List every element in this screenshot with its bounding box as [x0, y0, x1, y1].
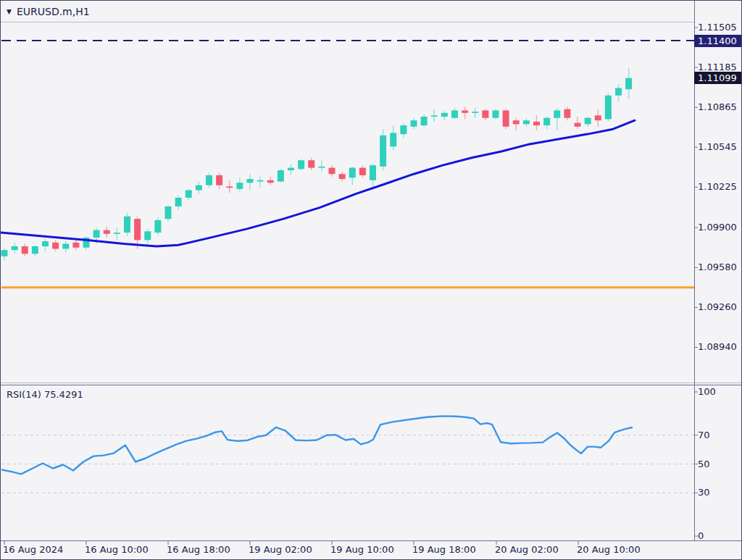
candle-down — [513, 120, 520, 124]
candle-up — [288, 168, 294, 170]
rsi-axis-label: 30 — [698, 487, 740, 498]
candle-up — [144, 231, 151, 240]
time-axis-label: 19 Aug 02:00 — [249, 544, 312, 555]
candle-up — [543, 118, 550, 125]
time-axis-label: 19 Aug 10:00 — [330, 544, 394, 555]
time-axis-label: 20 Aug 10:00 — [577, 544, 641, 555]
rsi-axis-label: 70 — [698, 430, 740, 441]
candle-up — [154, 220, 161, 233]
price-axis-label: 1.09580 — [698, 262, 740, 273]
time-axis-label: 16 Aug 10:00 — [85, 544, 149, 555]
candle-down — [462, 110, 468, 112]
candle-down — [134, 219, 141, 240]
candle-down — [308, 160, 314, 167]
candle-up — [278, 170, 284, 181]
candle-up — [411, 120, 417, 127]
price-axis-label: 1.10225 — [698, 181, 740, 193]
chart-surface[interactable] — [1, 1, 741, 559]
candle-up — [165, 206, 172, 219]
candle-up — [615, 88, 622, 95]
candle-down — [329, 168, 335, 175]
candle-up — [554, 110, 560, 117]
candle-up — [175, 198, 182, 206]
symbol-timeframe-label: EURUSD.m,H1 — [17, 6, 90, 17]
candle-down — [267, 180, 274, 183]
candle-up — [451, 110, 458, 117]
candle-up — [93, 230, 100, 238]
chart-window: ▼ EURUSD.m,H1 RSI(14) 75.4291 1.115051.1… — [0, 0, 742, 560]
candle-down — [564, 109, 570, 118]
candle-up — [318, 167, 325, 168]
candle-up — [124, 217, 130, 233]
candle-up — [32, 246, 38, 254]
candle-up — [196, 185, 202, 191]
price-axis-label: 1.09900 — [698, 222, 740, 233]
price-axis-label: 1.08940 — [698, 341, 740, 353]
candle-up — [257, 180, 264, 182]
time-axis-label: 19 Aug 18:00 — [412, 544, 476, 555]
candle-up — [42, 241, 49, 246]
candle-down — [533, 122, 540, 125]
candle-up — [421, 117, 428, 125]
candle-up — [380, 135, 386, 167]
candle-up — [186, 191, 192, 198]
triangle-down-icon[interactable]: ▼ — [7, 7, 12, 17]
candle-up — [625, 78, 632, 89]
candle-down — [22, 246, 28, 254]
price-box-current-price: 1.11099 — [694, 72, 742, 84]
candle-up — [114, 233, 120, 234]
candle-up — [247, 179, 254, 183]
symbol-header[interactable]: ▼ EURUSD.m,H1 — [7, 6, 90, 17]
rsi-line — [2, 416, 632, 474]
price-axis-label: 1.11505 — [698, 22, 740, 33]
candle-up — [62, 244, 69, 249]
candle-down — [359, 168, 366, 175]
candle-up — [472, 112, 478, 113]
candle-up — [236, 183, 243, 189]
candle-down — [226, 186, 233, 188]
candle-down — [216, 175, 222, 185]
candle-up — [349, 168, 356, 178]
candle-up — [390, 133, 396, 146]
candle-up — [1, 250, 8, 256]
price-axis-label: 1.10545 — [698, 141, 740, 153]
price-box-dashed-level: 1.11400 — [694, 35, 742, 47]
candle-down — [503, 110, 509, 126]
rsi-axis-label: 100 — [698, 386, 740, 398]
candle-up — [585, 118, 591, 125]
candle-up — [441, 113, 448, 117]
candle-down — [482, 110, 488, 117]
time-axis-label: 16 Aug 18:00 — [167, 544, 230, 555]
candle-down — [339, 174, 346, 179]
candle-up — [523, 120, 530, 124]
candle-up — [298, 160, 304, 169]
blue-moving-average — [1, 120, 635, 246]
time-axis-label: 16 Aug 2024 — [3, 544, 63, 555]
candle-up — [431, 115, 438, 117]
price-axis-label: 1.10865 — [698, 101, 740, 113]
candle-down — [72, 243, 79, 248]
price-axis-label: 1.09260 — [698, 301, 740, 313]
candle-up — [12, 246, 18, 250]
rsi-indicator-label: RSI(14) 75.4291 — [7, 389, 83, 400]
candle-down — [575, 123, 581, 127]
candle-up — [206, 175, 212, 185]
time-axis-label: 20 Aug 02:00 — [495, 544, 559, 555]
rsi-axis-label: 50 — [698, 459, 740, 470]
candle-up — [400, 125, 407, 134]
candle-down — [52, 243, 59, 249]
rsi-axis-label: 0 — [698, 530, 740, 542]
candle-up — [605, 96, 612, 120]
candle-down — [104, 230, 110, 234]
candle-up — [370, 165, 376, 180]
candle-down — [595, 115, 601, 120]
candle-up — [493, 110, 499, 117]
